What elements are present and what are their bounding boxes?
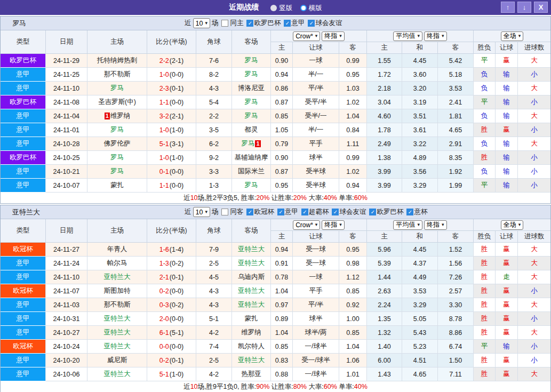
- home-team[interactable]: 斯图加特: [87, 284, 147, 298]
- score[interactable]: 0-1(0-0): [147, 165, 196, 179]
- home-team[interactable]: 佛罗伦萨: [87, 137, 147, 151]
- match-type-badge: 意甲: [1, 312, 46, 326]
- home-team[interactable]: 亚特兰大: [87, 367, 147, 381]
- away-team[interactable]: 亚特兰大: [232, 354, 271, 367]
- away-team[interactable]: 乌迪内斯: [232, 270, 271, 284]
- home-team[interactable]: 亚特兰大: [87, 326, 147, 340]
- league-checkbox[interactable]: ✓: [332, 209, 339, 215]
- score[interactable]: 1-0(1-0): [147, 123, 196, 137]
- away-team[interactable]: 罗马: [232, 54, 271, 68]
- home-team[interactable]: 1维罗纳: [87, 109, 147, 123]
- home-team[interactable]: 蒙扎: [87, 179, 147, 193]
- away-team[interactable]: 罗马: [232, 179, 271, 193]
- average-select[interactable]: 平均值▾: [393, 220, 422, 230]
- away-team[interactable]: 维罗纳: [232, 326, 271, 340]
- away-team[interactable]: 罗马: [232, 68, 271, 82]
- corners: 6-2: [196, 137, 232, 151]
- crow-select[interactable]: Crow*▾: [293, 220, 320, 230]
- score[interactable]: 1-6(1-4): [147, 243, 196, 257]
- home-team[interactable]: 罗马: [87, 165, 147, 179]
- score[interactable]: 5-1(1-0): [147, 367, 196, 381]
- score[interactable]: 1-1(0-0): [147, 179, 196, 193]
- score[interactable]: 2-3(0-1): [147, 82, 196, 95]
- score[interactable]: 2-1(0-1): [147, 270, 196, 284]
- away-team[interactable]: 罗马: [232, 109, 271, 123]
- score[interactable]: 1-0(0-0): [147, 68, 196, 82]
- league-checkbox[interactable]: ✓: [301, 209, 308, 215]
- home-team-label: 罗马: [110, 167, 124, 176]
- away-team[interactable]: 亚特兰大: [232, 284, 271, 298]
- close-button[interactable]: X: [534, 2, 548, 13]
- full-period-select[interactable]: 全场▾: [501, 31, 524, 41]
- score[interactable]: 6-1(5-1): [147, 326, 196, 340]
- home-team[interactable]: 那不勒斯: [87, 68, 147, 82]
- move-down-button[interactable]: ↓: [517, 2, 531, 13]
- odds-handicap: 受半/一: [293, 109, 339, 123]
- score[interactable]: 5-1(3-1): [147, 137, 196, 151]
- radio-horizontal-label[interactable]: 横版: [309, 4, 322, 12]
- average-select[interactable]: 平均值▾: [393, 31, 422, 41]
- away-team[interactable]: 博洛尼亚: [232, 82, 271, 95]
- radio-vertical-icon[interactable]: [270, 5, 277, 11]
- away-team[interactable]: 凯尔特人: [232, 340, 271, 354]
- radio-horizontal-icon[interactable]: [300, 5, 307, 11]
- home-team[interactable]: 威尼斯: [87, 354, 147, 367]
- score[interactable]: 1-0(1-0): [147, 151, 196, 165]
- home-team[interactable]: 帕尔马: [87, 257, 147, 270]
- halftime-score: (2-1): [170, 113, 183, 120]
- home-team[interactable]: 罗马: [87, 82, 147, 95]
- final-index-select[interactable]: 终指▾: [424, 31, 447, 41]
- away-team[interactable]: 亚特兰大: [232, 243, 271, 257]
- match-count-select[interactable]: 10▾: [193, 18, 210, 28]
- score[interactable]: 3-2(2-1): [147, 109, 196, 123]
- match-count-select[interactable]: 10▾: [193, 207, 210, 217]
- away-team[interactable]: 罗马: [232, 95, 271, 109]
- away-team[interactable]: 亚特兰大: [232, 257, 271, 270]
- home-team[interactable]: 亚特兰大: [87, 340, 147, 354]
- home-team[interactable]: 年青人: [87, 243, 147, 257]
- league-checkbox[interactable]: ✓: [246, 20, 253, 27]
- away-team[interactable]: 都灵: [232, 123, 271, 137]
- away-team[interactable]: 罗马1: [232, 137, 271, 151]
- score[interactable]: 2-0(0-0): [147, 312, 196, 326]
- away-team[interactable]: 基辅迪纳摩: [232, 151, 271, 165]
- score[interactable]: 0-2(0-0): [147, 284, 196, 298]
- radio-vertical-label[interactable]: 竖版: [279, 4, 292, 12]
- league-checkbox[interactable]: ✓: [406, 209, 413, 215]
- move-up-button[interactable]: ↑: [501, 2, 515, 13]
- home-team[interactable]: 圣吉罗斯(中): [87, 95, 147, 109]
- away-team[interactable]: 国际米兰: [232, 165, 271, 179]
- league-checkbox[interactable]: ✓: [308, 20, 315, 27]
- away-team[interactable]: 蒙扎: [232, 312, 271, 326]
- final-index-select[interactable]: 终指▾: [322, 31, 345, 41]
- crow-select[interactable]: Crow*▾: [293, 31, 320, 41]
- score[interactable]: 2-2(2-1): [147, 54, 196, 68]
- avg-draw: 5.23: [402, 340, 438, 354]
- home-team[interactable]: 那不勒斯: [87, 298, 147, 312]
- home-team[interactable]: 罗马: [87, 151, 147, 165]
- away-team[interactable]: 热那亚: [232, 367, 271, 381]
- avg-home: 1.44: [367, 270, 402, 284]
- up-arrow-icon: ↑: [506, 3, 510, 11]
- full-period-select[interactable]: 全场▾: [501, 220, 524, 230]
- same-venue-checkbox[interactable]: [221, 20, 228, 27]
- final-index-select[interactable]: 终指▾: [424, 220, 447, 230]
- home-team[interactable]: 托特纳姆热刺: [87, 54, 147, 68]
- league-checkbox[interactable]: ✓: [284, 20, 291, 27]
- score[interactable]: 0-3(0-2): [147, 298, 196, 312]
- score[interactable]: 0-2(0-1): [147, 354, 196, 367]
- same-venue-checkbox[interactable]: [221, 209, 228, 215]
- final-index-select[interactable]: 终指▾: [322, 220, 345, 230]
- home-team[interactable]: 亚特兰大: [87, 270, 147, 284]
- league-checkbox[interactable]: ✓: [369, 209, 376, 215]
- home-team[interactable]: 罗马: [87, 123, 147, 137]
- league-checkbox[interactable]: ✓: [277, 209, 284, 215]
- score[interactable]: 0-0(0-0): [147, 340, 196, 354]
- column-header: 类型: [1, 219, 46, 242]
- home-team[interactable]: 亚特兰大: [87, 312, 147, 326]
- away-team[interactable]: 亚特兰大: [232, 298, 271, 312]
- league-checkbox[interactable]: ✓: [246, 209, 253, 215]
- score[interactable]: 1-1(0-0): [147, 95, 196, 109]
- score[interactable]: 1-3(0-2): [147, 257, 196, 270]
- corners: 4-2: [196, 326, 232, 340]
